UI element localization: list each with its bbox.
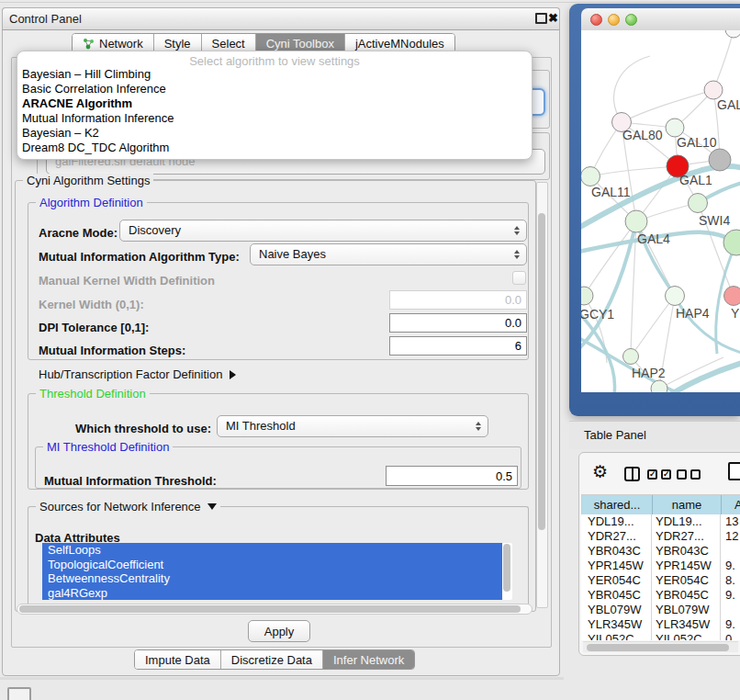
tab-select[interactable]: Select — [201, 34, 255, 52]
settings-horizontal-scrollbar[interactable] — [17, 604, 533, 615]
aracne-mode-combo[interactable]: Discovery — [119, 220, 527, 242]
algorithm-dropdown-list: Bayesian – Hill ClimbingBasic Correlatio… — [20, 67, 529, 155]
bottom-tab-infer-network[interactable]: Infer Network — [322, 650, 414, 669]
panel-bottom-divider — [0, 677, 564, 680]
network-node-label: GCY1 — [581, 307, 614, 322]
mi-threshold-field[interactable] — [386, 466, 518, 486]
dpi-tolerance-field[interactable] — [389, 313, 527, 333]
cyni-algorithm-settings-title: Cyni Algorithm Settings — [23, 174, 153, 187]
network-node-swi4[interactable] — [689, 194, 708, 213]
table-cell: YER054C — [652, 573, 721, 588]
scrollbar-thumb[interactable] — [587, 644, 729, 651]
network-node[interactable] — [651, 380, 667, 392]
which-threshold-value: MI Threshold — [226, 419, 296, 433]
network-node-gal[interactable] — [704, 81, 723, 99]
attribute-item[interactable]: SelfLoops — [42, 543, 502, 558]
attribute-item[interactable]: gal4RGexp — [42, 586, 502, 601]
column-layout-icon[interactable] — [624, 467, 640, 481]
float-window-icon[interactable] — [535, 13, 547, 24]
algorithm-option[interactable]: Dream8 DC_TDC Algorithm — [20, 141, 529, 155]
algorithm-option[interactable]: Bayesian – Hill Climbing — [20, 67, 529, 82]
apply-button[interactable]: Apply — [248, 620, 310, 642]
table-cell: YBL079W — [652, 603, 721, 617]
network-node[interactable] — [709, 149, 731, 171]
algorithm-option[interactable]: Basic Correlation Inference — [20, 82, 529, 96]
network-node[interactable] — [725, 30, 740, 38]
network-node-gal4[interactable] — [625, 210, 647, 232]
tab-cyni-toolbox[interactable]: Cyni Toolbox — [255, 34, 344, 52]
tab-jactivemnodules[interactable]: jActiveMNodules — [344, 34, 454, 52]
table-body[interactable]: YDL19...YDL19...13YDR27...YDR27...12YBR0… — [581, 514, 740, 640]
scrollbar-thumb[interactable] — [19, 605, 521, 613]
zoom-traffic-light-icon[interactable] — [625, 14, 637, 26]
aracne-mode-label: Aracne Mode: — [39, 226, 118, 240]
mi-threshold-label: Mutual Information Threshold: — [44, 474, 217, 488]
close-icon[interactable]: ✖ — [548, 11, 558, 25]
control-panel-titlebar — [2, 7, 560, 30]
settings-gear-icon[interactable]: ⚙ — [592, 463, 608, 480]
network-window-titlebar[interactable] — [581, 8, 740, 31]
table-cell: 12 — [721, 529, 740, 544]
network-node-hap2[interactable] — [623, 349, 639, 365]
table-cell: 9. — [721, 588, 740, 603]
network-canvas[interactable]: GALGAL80GAL10GAL1GAL11SWI4GAL4GCY1HAP4YH… — [581, 30, 740, 392]
scrollbar-thumb[interactable] — [503, 544, 510, 592]
combo-arrows-icon — [476, 422, 481, 431]
network-node-gcy1[interactable] — [581, 287, 593, 305]
mi-type-combo[interactable]: Naive Bayes — [250, 243, 527, 265]
network-node-label: GAL10 — [677, 135, 717, 150]
table-row[interactable]: YDL19...YDL19...13 — [581, 514, 740, 529]
attributes-scrollbar[interactable] — [502, 543, 512, 600]
attribute-item[interactable]: TopologicalCoefficient — [42, 558, 502, 572]
bottom-tab-impute-data[interactable]: Impute Data — [135, 650, 220, 669]
table-cell: YER054C — [581, 573, 652, 588]
new-table-icon[interactable] — [728, 462, 740, 480]
manual-kernel-checkbox[interactable] — [512, 271, 526, 285]
table-row[interactable]: YBR045CYBR045C9. — [581, 588, 740, 603]
table-row[interactable]: YBL079WYBL079W — [581, 603, 740, 617]
algorithm-option[interactable]: Mutual Information Inference — [20, 111, 529, 126]
network-node-y[interactable] — [724, 287, 740, 306]
network-node-gal10[interactable] — [666, 119, 684, 137]
table-cell: 0. — [721, 632, 740, 640]
column-header[interactable]: A — [722, 495, 740, 515]
table-row[interactable]: YLR345WYLR345W9. — [581, 617, 740, 632]
table-row[interactable]: YBR043CYBR043C — [581, 544, 740, 559]
checked-boxes-icon[interactable]: ✓✓ — [647, 469, 671, 480]
table-row[interactable]: YIL052CYIL052C0. — [581, 632, 740, 640]
network-node[interactable] — [723, 230, 740, 255]
settings-vertical-scrollbar[interactable] — [536, 182, 548, 608]
network-node-label: HAP2 — [632, 366, 666, 380]
algorithm-option[interactable]: ARACNE Algorithm — [20, 96, 529, 111]
tab-style[interactable]: Style — [153, 34, 201, 52]
column-header[interactable]: name — [653, 495, 722, 515]
attribute-item[interactable]: BetweennessCentrality — [42, 571, 502, 586]
algorithm-dropdown-placeholder: Select algorithm to view settings — [17, 54, 532, 68]
mi-steps-field[interactable] — [389, 336, 527, 356]
scrollbar-thumb[interactable] — [538, 213, 545, 530]
bottom-tab-discretize-data[interactable]: Discretize Data — [220, 650, 322, 669]
table-cell: YIL052C — [581, 632, 652, 640]
table-header-row: shared...nameA — [582, 495, 740, 516]
data-attributes-list[interactable]: SelfLoopsTopologicalCoefficientBetweenne… — [42, 543, 502, 600]
table-horizontal-scrollbar[interactable] — [583, 641, 738, 652]
sources-title: Sources for Network Inference — [36, 500, 220, 514]
collapsed-panel-icon[interactable] — [7, 687, 31, 700]
table-row[interactable]: YER054CYER054C8. — [581, 573, 740, 588]
network-node-gal11[interactable] — [581, 167, 600, 186]
network-node-hap4[interactable] — [666, 287, 685, 306]
table-row[interactable]: YDR27...YDR27...12 — [581, 529, 740, 544]
tab-network[interactable]: Network — [73, 34, 153, 52]
unchecked-boxes-icon[interactable] — [677, 469, 701, 480]
which-threshold-combo[interactable]: MI Threshold — [217, 415, 488, 437]
algorithm-option[interactable]: Bayesian – K2 — [20, 126, 529, 141]
kernel-width-field[interactable] — [389, 290, 527, 310]
hub-definition-expander[interactable]: Hub/Transcription Factor Definition — [39, 367, 236, 381]
column-header[interactable]: shared... — [582, 495, 653, 515]
minimize-traffic-light-icon[interactable] — [608, 14, 620, 26]
control-panel-title: Control Panel — [9, 12, 82, 26]
close-traffic-light-icon[interactable] — [590, 14, 602, 26]
mi-steps-label: Mutual Information Steps: — [39, 344, 185, 357]
tab-label: Select — [212, 37, 245, 51]
table-row[interactable]: YPR145WYPR145W9. — [581, 559, 740, 573]
